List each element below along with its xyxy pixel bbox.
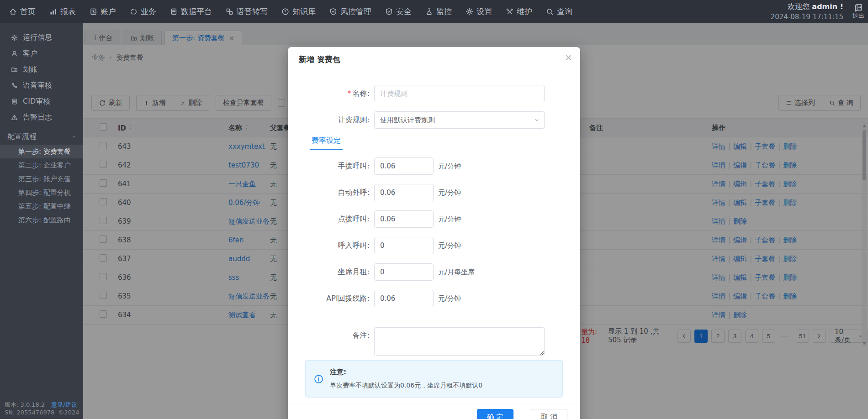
- gear-icon: [11, 34, 18, 41]
- nav-item-label: 查询: [557, 6, 572, 17]
- sn-text: SN: 2055476978: [5, 409, 54, 416]
- nav-item-0[interactable]: 首页: [9, 6, 36, 17]
- required-asterisk: *: [348, 89, 351, 98]
- sidebar-step-6[interactable]: 第六步: 配置路由: [0, 213, 83, 227]
- nav-item-1[interactable]: 报表: [49, 6, 76, 17]
- sidebar-item-4[interactable]: CID审核: [0, 94, 83, 110]
- knowledge-icon: ?: [281, 8, 289, 16]
- rate-unit: 元/分钟: [438, 162, 461, 171]
- nav-item-label: 语音转写: [237, 6, 268, 17]
- sidebar-item-5[interactable]: 告警日志: [0, 110, 83, 126]
- chevron-down-icon: [534, 117, 540, 123]
- nav-item-label: 维护: [517, 6, 532, 17]
- note-content: 注意: 单次费率不填默认设置为0.06元，坐席月租不填默认0: [330, 368, 482, 390]
- tab-rate-settings[interactable]: 费率设定: [310, 136, 343, 150]
- note-box: 注意: 单次费率不填默认设置为0.06元，坐席月租不填默认0: [305, 360, 563, 398]
- rate-input[interactable]: [374, 237, 434, 254]
- chart-icon: [49, 8, 57, 16]
- sidebar-section-label: 配置流程: [7, 132, 37, 141]
- screen: 首页报表$账户业务数据平台语音转写?知识库风控管理安全监控设置维护查询 欢迎您 …: [0, 0, 868, 419]
- nav-item-12[interactable]: 查询: [546, 6, 572, 17]
- rate-input[interactable]: [374, 210, 434, 228]
- name-input[interactable]: [374, 85, 545, 102]
- nav-item-9[interactable]: 监控: [425, 6, 452, 17]
- add-fee-package-modal: 新增 资费包 *名称: 计费规则: 使用默认计费规则 费率设定 手拨呼叫:元/分…: [288, 47, 580, 419]
- rate-unit: 元/分钟: [438, 294, 461, 303]
- nav-item-4[interactable]: 数据平台: [170, 6, 212, 17]
- modal-footer: 确 定 取 消: [288, 404, 580, 419]
- feedback-link[interactable]: 意见/建议: [51, 401, 77, 408]
- sidebar-item-2[interactable]: 划账: [0, 62, 83, 78]
- sidebar-step-3[interactable]: 第三步: 账户充值: [0, 172, 83, 186]
- logout-label: 退出: [852, 12, 864, 20]
- billing-rule-select[interactable]: 使用默认计费规则: [374, 111, 545, 129]
- sidebar-list: 运行信息客户划账语音审核CID审核告警日志: [0, 23, 83, 126]
- voice-transcribe-icon: [226, 8, 233, 16]
- nav-item-label: 报表: [60, 6, 76, 17]
- sidebar: 运行信息客户划账语音审核CID审核告警日志 配置流程 第一步: 资费套餐第二步:…: [0, 23, 83, 419]
- rate-field-row-5: API回拨线路:元/分钟: [310, 290, 558, 307]
- sidebar-step-5[interactable]: 第五步: 配置中继: [0, 199, 83, 213]
- modal-body: *名称: 计费规则: 使用默认计费规则 费率设定 手拨呼叫:元/分钟自动外呼:元…: [288, 72, 580, 398]
- cancel-button[interactable]: 取 消: [531, 409, 567, 419]
- rate-field-row-0: 手拨呼叫:元/分钟: [310, 157, 558, 175]
- sidebar-section-config[interactable]: 配置流程: [0, 128, 83, 145]
- close-icon[interactable]: [565, 54, 572, 61]
- remark-label: 备注:: [310, 331, 370, 340]
- document-icon: [11, 98, 18, 105]
- rate-input[interactable]: [374, 157, 434, 175]
- confirm-button[interactable]: 确 定: [477, 409, 513, 419]
- rate-field-row-3: 呼入呼叫:元/分钟: [310, 237, 558, 254]
- sidebar-footer: 版本: 3.0.18.2意见/建议 SN: 2055476978 ©2024: [5, 401, 79, 416]
- logout-icon: [854, 3, 863, 12]
- sidebar-item-3[interactable]: 语音审核: [0, 78, 83, 94]
- copyright-text: ©2024: [58, 409, 79, 416]
- sidebar-step-4[interactable]: 第四步: 配置分机: [0, 186, 83, 199]
- sidebar-step-2[interactable]: 第二步: 企业客户: [0, 158, 83, 172]
- remark-textarea[interactable]: [374, 327, 545, 356]
- nav-item-2[interactable]: $账户: [90, 6, 116, 17]
- navbar-menu: 首页报表$账户业务数据平台语音转写?知识库风控管理安全监控设置维护查询: [0, 6, 572, 17]
- billing-rule-label: 计费规则:: [310, 115, 370, 125]
- rate-input[interactable]: [374, 184, 434, 201]
- sidebar-item-label: 客户: [23, 49, 37, 58]
- nav-item-label: 风控管理: [340, 6, 371, 17]
- nav-item-8[interactable]: 安全: [385, 6, 412, 17]
- rate-unit: 元/分钟: [438, 241, 461, 250]
- sidebar-section-items: 第一步: 资费套餐第二步: 企业客户第三步: 账户充值第四步: 配置分机第五步:…: [0, 145, 83, 227]
- svg-text:$: $: [92, 9, 95, 14]
- nav-item-3[interactable]: 业务: [130, 6, 156, 17]
- sidebar-item-0[interactable]: 运行信息: [0, 30, 83, 46]
- rate-input[interactable]: [374, 263, 434, 281]
- billing-rule-field-row: 计费规则: 使用默认计费规则: [310, 111, 558, 129]
- info-icon: [314, 368, 323, 390]
- user-icon: [11, 50, 18, 57]
- rate-input[interactable]: [374, 290, 434, 307]
- sidebar-item-label: 运行信息: [23, 33, 52, 42]
- tab-underline: [310, 150, 558, 150]
- rate-label: 呼入呼叫:: [310, 241, 370, 251]
- sidebar-item-label: 划账: [23, 65, 37, 74]
- rate-label: 自动外呼:: [310, 188, 370, 198]
- risk-shield-icon: [329, 8, 337, 16]
- rate-label: 点拨呼叫:: [310, 215, 370, 224]
- rate-label: 手拨呼叫:: [310, 162, 370, 171]
- nav-item-5[interactable]: 语音转写: [226, 6, 268, 17]
- remark-field-row: 备注:: [310, 327, 558, 356]
- sidebar-item-label: 告警日志: [23, 113, 52, 122]
- nav-item-7[interactable]: 风控管理: [329, 6, 371, 17]
- nav-item-10[interactable]: 设置: [466, 6, 492, 17]
- search-icon: [546, 8, 554, 16]
- navbar-user-block: 欢迎您 admin ! 2024-08-19 17:11:15: [771, 0, 843, 23]
- sidebar-item-1[interactable]: 客户: [0, 46, 83, 62]
- sidebar-step-1[interactable]: 第一步: 资费套餐: [0, 145, 83, 158]
- logout-button[interactable]: 退出: [848, 3, 868, 20]
- welcome-text: 欢迎您 admin !: [788, 2, 843, 12]
- rate-field-row-4: 坐席月租:元/月每坐席: [310, 263, 558, 281]
- nav-item-label: 账户: [101, 6, 116, 17]
- nav-item-11[interactable]: 维护: [506, 6, 532, 17]
- rate-field-row-1: 自动外呼:元/分钟: [310, 184, 558, 201]
- nav-item-label: 首页: [20, 6, 36, 17]
- rate-unit: 元/月每坐席: [438, 268, 475, 277]
- nav-item-6[interactable]: ?知识库: [281, 6, 316, 17]
